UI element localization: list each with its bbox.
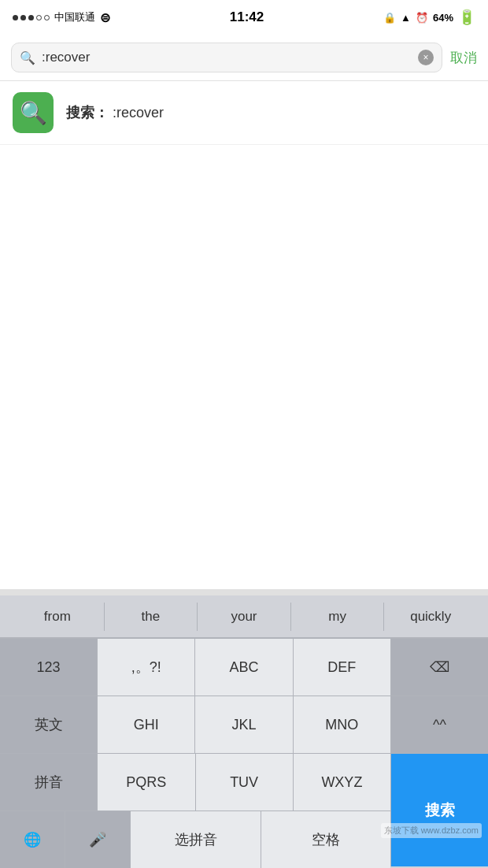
key-punctuation[interactable]: ,。?! [98,639,195,696]
key-wxyz-label: WXYZ [321,774,362,791]
search-result-icon-symbol: 🔍 [20,100,47,126]
predictive-word-my[interactable]: my [291,603,385,631]
key-space-label: 空格 [312,830,340,849]
key-space[interactable]: 空格 [261,811,390,868]
dot-5 [44,15,50,20]
signal-dots [13,15,50,20]
key-pinyin-label: 拼音 [35,773,63,792]
status-left: 中国联通 ⊜ [13,10,110,25]
dot-2 [20,15,26,20]
key-jkl[interactable]: JKL [195,696,293,753]
watermark: 东坡下载 www.dzbz.com [381,823,482,838]
dot-3 [28,15,34,20]
key-mic[interactable]: 🎤 [65,811,131,868]
predictive-row: from the your my quickly [0,595,488,638]
keyboard-row-3-left: 拼音 PQRS TUV WXYZ [0,753,390,811]
globe-icon: 🌐 [24,831,41,848]
caps-icon: ^^ [433,717,446,733]
keyboard-row-4-left: 🌐 🎤 选拼音 空格 [0,811,390,868]
status-bar: 中国联通 ⊜ 11:42 🔒 ▲ ⏰ 64% 🔋 [0,0,488,35]
key-select-pinyin-label: 选拼音 [175,830,217,849]
search-result-query: :recover [109,105,164,121]
predictive-word-from[interactable]: from [11,603,105,631]
carrier-name: 中国联通 [54,10,95,24]
key-def-label: DEF [327,659,356,676]
key-search-label: 搜索 [425,800,455,821]
lock-icon: 🔒 [383,12,396,24]
search-icon: 🔍 [20,50,35,65]
predictive-word-your[interactable]: your [198,603,291,631]
key-123[interactable]: 123 [0,639,98,696]
mic-icon: 🎤 [89,831,106,848]
key-pinyin[interactable]: 拼音 [0,754,98,811]
key-select-pinyin[interactable]: 选拼音 [131,811,261,868]
cancel-button[interactable]: 取消 [450,49,477,67]
dot-1 [13,15,18,20]
key-english[interactable]: 英文 [0,696,98,753]
search-input[interactable]: :recover [42,50,412,65]
clear-button[interactable]: × [418,50,434,65]
key-pqrs-label: PQRS [126,774,166,791]
predictive-word-quickly[interactable]: quickly [384,603,477,631]
key-mno[interactable]: MNO [294,696,391,753]
key-123-label: 123 [37,659,61,676]
status-time: 11:42 [230,9,264,25]
key-english-label: 英文 [35,715,63,734]
app-container: 中国联通 ⊜ 11:42 🔒 ▲ ⏰ 64% 🔋 🔍 :recover × 取消… [0,0,488,868]
battery-icon: 🔋 [458,9,475,26]
keyboard-row-2: 英文 GHI JKL MNO ^^ [0,696,488,753]
wifi-icon: ⊜ [100,10,110,25]
key-abc[interactable]: ABC [195,639,293,696]
key-ghi[interactable]: GHI [98,696,195,753]
search-result-label: 搜索： :recover [66,103,164,122]
key-def[interactable]: DEF [294,639,391,696]
key-ghi-label: GHI [134,717,159,733]
key-jkl-label: JKL [231,717,256,733]
keyboard-row-1: 123 ,。?! ABC DEF ⌫ [0,638,488,696]
status-right: 🔒 ▲ ⏰ 64% 🔋 [383,9,475,26]
key-wxyz[interactable]: WXYZ [294,754,390,811]
key-tuv[interactable]: TUV [196,754,294,811]
search-input-container[interactable]: 🔍 :recover × [11,43,442,72]
predictive-word-the[interactable]: the [105,603,198,631]
key-globe[interactable]: 🌐 [0,811,65,868]
key-search[interactable]: 搜索 [390,753,488,866]
search-result-item[interactable]: 🔍 搜索： :recover [0,81,488,145]
location-icon: ▲ [401,12,411,24]
dot-4 [36,15,42,20]
search-result-icon: 🔍 [13,92,54,133]
search-result-prefix: 搜索： [66,105,109,121]
search-results-area: 🔍 搜索： :recover [0,81,488,589]
key-abc-label: ABC [230,659,259,676]
keyboard-rows-34: 拼音 PQRS TUV WXYZ 🌐 [0,753,488,868]
keyboard-left-cols: 拼音 PQRS TUV WXYZ 🌐 [0,753,390,868]
battery-percentage: 64% [433,12,453,24]
alarm-icon: ⏰ [416,12,428,24]
backspace-icon: ⌫ [430,658,449,676]
keyboard-divider [0,589,488,595]
key-backspace[interactable]: ⌫ [391,639,488,696]
key-mno-label: MNO [325,717,358,733]
key-caps[interactable]: ^^ [391,696,488,753]
key-punctuation-label: ,。?! [131,658,161,677]
search-bar: 🔍 :recover × 取消 [0,35,488,81]
key-pqrs[interactable]: PQRS [98,754,195,811]
key-tuv-label: TUV [230,774,258,791]
